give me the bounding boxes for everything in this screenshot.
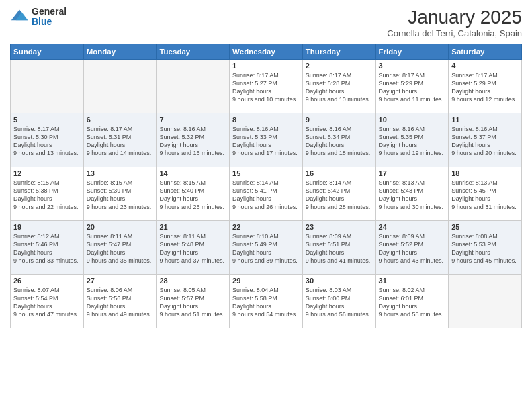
day-info: Sunrise: 8:09 AMSunset: 5:52 PMDaylight … — [379, 232, 446, 265]
header-sunday: Sunday — [11, 44, 84, 60]
day-number: 23 — [306, 223, 373, 231]
title-block: January 2025 Cornella del Terri, Catalon… — [387, 7, 522, 38]
logo: General Blue — [10, 7, 66, 28]
day-info: Sunrise: 8:11 AMSunset: 5:47 PMDaylight … — [87, 232, 154, 265]
page: General Blue January 2025 Cornella del T… — [0, 0, 532, 411]
calendar-day-cell — [83, 60, 157, 113]
calendar-day-cell: 3Sunrise: 8:17 AMSunset: 5:29 PMDaylight… — [375, 60, 449, 113]
header-monday: Monday — [83, 44, 157, 60]
day-info: Sunrise: 8:17 AMSunset: 5:29 PMDaylight … — [379, 71, 446, 104]
calendar-day-cell: 4Sunrise: 8:17 AMSunset: 5:29 PMDaylight… — [449, 60, 522, 113]
calendar-day-cell — [449, 275, 522, 328]
calendar-day-cell: 1Sunrise: 8:17 AMSunset: 5:27 PMDaylight… — [230, 60, 303, 113]
day-number: 3 — [379, 62, 446, 70]
day-number: 28 — [159, 277, 226, 285]
calendar-day-cell: 24Sunrise: 8:09 AMSunset: 5:52 PMDayligh… — [375, 221, 449, 275]
calendar-day-cell: 25Sunrise: 8:08 AMSunset: 5:53 PMDayligh… — [449, 221, 522, 275]
header-tuesday: Tuesday — [157, 44, 230, 60]
day-info: Sunrise: 8:15 AMSunset: 5:39 PMDaylight … — [87, 179, 154, 212]
calendar-day-cell: 30Sunrise: 8:03 AMSunset: 6:00 PMDayligh… — [302, 275, 375, 328]
day-info: Sunrise: 8:17 AMSunset: 5:29 PMDaylight … — [451, 71, 519, 104]
day-number: 20 — [87, 223, 154, 231]
calendar-day-cell: 21Sunrise: 8:11 AMSunset: 5:48 PMDayligh… — [157, 221, 230, 275]
day-info: Sunrise: 8:07 AMSunset: 5:54 PMDaylight … — [13, 286, 81, 319]
day-info: Sunrise: 8:02 AMSunset: 6:01 PMDaylight … — [379, 286, 446, 319]
header: General Blue January 2025 Cornella del T… — [10, 7, 522, 38]
day-number: 26 — [13, 277, 81, 285]
day-number: 2 — [306, 62, 373, 70]
day-number: 27 — [87, 277, 154, 285]
calendar-day-cell: 12Sunrise: 8:15 AMSunset: 5:38 PMDayligh… — [11, 167, 84, 221]
header-friday: Friday — [375, 44, 449, 60]
day-number: 24 — [379, 223, 446, 231]
day-number: 29 — [232, 277, 300, 285]
day-info: Sunrise: 8:16 AMSunset: 5:34 PMDaylight … — [306, 125, 373, 158]
day-number: 8 — [232, 116, 300, 124]
day-info: Sunrise: 8:16 AMSunset: 5:35 PMDaylight … — [379, 125, 446, 158]
day-number: 16 — [306, 169, 373, 177]
calendar-day-cell: 31Sunrise: 8:02 AMSunset: 6:01 PMDayligh… — [375, 275, 449, 328]
header-wednesday: Wednesday — [230, 44, 303, 60]
location: Cornella del Terri, Catalonia, Spain — [387, 28, 522, 38]
logo-blue: Blue — [32, 16, 52, 27]
day-number: 19 — [13, 223, 81, 231]
day-number: 4 — [451, 62, 519, 70]
calendar-day-cell: 2Sunrise: 8:17 AMSunset: 5:28 PMDaylight… — [302, 60, 375, 113]
calendar-day-cell — [11, 60, 84, 113]
day-info: Sunrise: 8:16 AMSunset: 5:32 PMDaylight … — [159, 125, 226, 158]
calendar-day-cell: 11Sunrise: 8:16 AMSunset: 5:37 PMDayligh… — [449, 113, 522, 167]
calendar-day-cell: 14Sunrise: 8:15 AMSunset: 5:40 PMDayligh… — [157, 167, 230, 221]
day-number: 5 — [13, 116, 81, 124]
header-saturday: Saturday — [449, 44, 522, 60]
day-info: Sunrise: 8:14 AMSunset: 5:42 PMDaylight … — [306, 179, 373, 212]
calendar-day-cell: 8Sunrise: 8:16 AMSunset: 5:33 PMDaylight… — [230, 113, 303, 167]
calendar-day-cell: 15Sunrise: 8:14 AMSunset: 5:41 PMDayligh… — [230, 167, 303, 221]
calendar-day-cell: 23Sunrise: 8:09 AMSunset: 5:51 PMDayligh… — [302, 221, 375, 275]
day-number: 31 — [379, 277, 446, 285]
calendar-day-cell: 22Sunrise: 8:10 AMSunset: 5:49 PMDayligh… — [230, 221, 303, 275]
calendar-week-row: 5Sunrise: 8:17 AMSunset: 5:30 PMDaylight… — [11, 113, 522, 167]
calendar-day-cell: 28Sunrise: 8:05 AMSunset: 5:57 PMDayligh… — [157, 275, 230, 328]
weekday-header-row: Sunday Monday Tuesday Wednesday Thursday… — [11, 44, 522, 60]
day-info: Sunrise: 8:11 AMSunset: 5:48 PMDaylight … — [159, 232, 226, 265]
day-number: 1 — [232, 62, 300, 70]
calendar-day-cell: 6Sunrise: 8:17 AMSunset: 5:31 PMDaylight… — [83, 113, 157, 167]
day-number: 9 — [306, 116, 373, 124]
calendar-day-cell: 26Sunrise: 8:07 AMSunset: 5:54 PMDayligh… — [11, 275, 84, 328]
day-number: 6 — [87, 116, 154, 124]
day-info: Sunrise: 8:17 AMSunset: 5:28 PMDaylight … — [306, 71, 373, 104]
day-number: 13 — [87, 169, 154, 177]
calendar-day-cell: 10Sunrise: 8:16 AMSunset: 5:35 PMDayligh… — [375, 113, 449, 167]
calendar-day-cell: 13Sunrise: 8:15 AMSunset: 5:39 PMDayligh… — [83, 167, 157, 221]
day-info: Sunrise: 8:17 AMSunset: 5:31 PMDaylight … — [87, 125, 154, 158]
day-number: 11 — [451, 116, 519, 124]
calendar-day-cell: 19Sunrise: 8:12 AMSunset: 5:46 PMDayligh… — [11, 221, 84, 275]
day-info: Sunrise: 8:16 AMSunset: 5:37 PMDaylight … — [451, 125, 519, 158]
day-info: Sunrise: 8:15 AMSunset: 5:40 PMDaylight … — [159, 179, 226, 212]
logo-icon — [10, 7, 29, 26]
day-info: Sunrise: 8:05 AMSunset: 5:57 PMDaylight … — [159, 286, 226, 319]
day-number: 21 — [159, 223, 226, 231]
day-info: Sunrise: 8:14 AMSunset: 5:41 PMDaylight … — [232, 179, 300, 212]
day-info: Sunrise: 8:17 AMSunset: 5:27 PMDaylight … — [232, 71, 300, 104]
day-number: 30 — [306, 277, 373, 285]
header-thursday: Thursday — [302, 44, 375, 60]
calendar-day-cell: 16Sunrise: 8:14 AMSunset: 5:42 PMDayligh… — [302, 167, 375, 221]
day-info: Sunrise: 8:16 AMSunset: 5:33 PMDaylight … — [232, 125, 300, 158]
day-info: Sunrise: 8:13 AMSunset: 5:45 PMDaylight … — [451, 179, 519, 212]
calendar-week-row: 12Sunrise: 8:15 AMSunset: 5:38 PMDayligh… — [11, 167, 522, 221]
day-number: 18 — [451, 169, 519, 177]
day-info: Sunrise: 8:06 AMSunset: 5:56 PMDaylight … — [87, 286, 154, 319]
month-title: January 2025 — [387, 7, 522, 28]
day-info: Sunrise: 8:09 AMSunset: 5:51 PMDaylight … — [306, 232, 373, 265]
calendar-week-row: 26Sunrise: 8:07 AMSunset: 5:54 PMDayligh… — [11, 275, 522, 328]
day-number: 10 — [379, 116, 446, 124]
logo-general: General — [32, 6, 66, 17]
day-number: 15 — [232, 169, 300, 177]
day-number: 17 — [379, 169, 446, 177]
day-number: 14 — [159, 169, 226, 177]
day-info: Sunrise: 8:08 AMSunset: 5:53 PMDaylight … — [451, 232, 519, 265]
day-info: Sunrise: 8:17 AMSunset: 5:30 PMDaylight … — [13, 125, 81, 158]
calendar-day-cell: 29Sunrise: 8:04 AMSunset: 5:58 PMDayligh… — [230, 275, 303, 328]
calendar-day-cell: 9Sunrise: 8:16 AMSunset: 5:34 PMDaylight… — [302, 113, 375, 167]
